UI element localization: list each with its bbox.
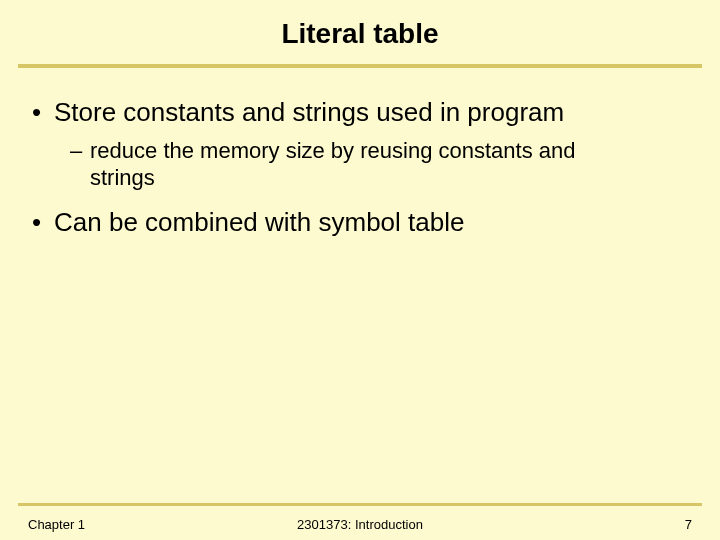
footer-center: 2301373: Introduction <box>0 517 720 532</box>
slide: Literal table Store constants and string… <box>0 0 720 540</box>
footer-rule <box>18 503 702 506</box>
slide-body: Store constants and strings used in prog… <box>0 68 720 238</box>
slide-title: Literal table <box>0 0 720 64</box>
bullet-item: reduce the memory size by reusing consta… <box>28 137 588 192</box>
bullet-item: Store constants and strings used in prog… <box>28 96 692 129</box>
slide-footer: Chapter 1 2301373: Introduction 7 <box>0 517 720 532</box>
bullet-item: Can be combined with symbol table <box>28 206 692 239</box>
